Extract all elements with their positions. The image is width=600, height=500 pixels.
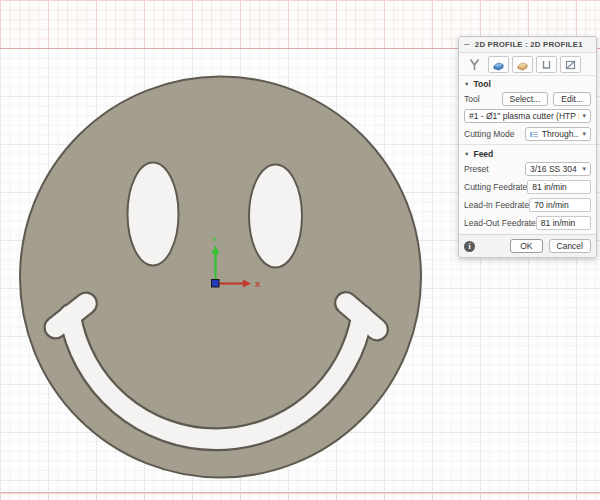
cutting-mode-label: Cutting Mode — [464, 129, 515, 139]
lead-in-feedrate-input[interactable]: 70 in/min — [529, 198, 591, 212]
smiley-face-body[interactable] — [20, 77, 421, 478]
minimize-icon[interactable]: − — [464, 40, 470, 49]
ok-button[interactable]: OK — [510, 239, 542, 253]
linking-icon — [564, 58, 577, 71]
dialog-footer: i OK Cancel — [459, 234, 596, 257]
tool-label: Tool — [464, 94, 480, 104]
dialog-2d-profile: − 2D PROFILE : 2D PROFILE1 — [458, 36, 597, 258]
tab-tool[interactable] — [464, 56, 485, 73]
cutting-mode-value: Through... — [542, 129, 580, 139]
cutting-feedrate-label: Cutting Feedrate — [464, 182, 527, 192]
y-axis-label: Y — [212, 236, 217, 243]
collapse-arrow-icon: ▼ — [464, 151, 469, 157]
tab-geometry[interactable] — [488, 56, 509, 73]
tool-dropdown[interactable]: #1 - Ø1" plasma cutter (HTP Mi... ▾ — [464, 109, 591, 123]
tab-linking[interactable] — [560, 56, 581, 73]
preset-dropdown[interactable]: 3/16 SS 304 ▾ — [525, 162, 591, 176]
origin-z-marker — [212, 280, 220, 288]
cutting-mode-dropdown[interactable]: Through... ▾ — [525, 127, 591, 141]
section-divider — [459, 144, 596, 145]
cancel-button[interactable]: Cancel — [549, 239, 591, 253]
tool-edit-button[interactable]: Edit... — [553, 92, 591, 106]
cutting-mode-icon — [530, 130, 539, 139]
smiley-right-eye-cutout[interactable] — [249, 165, 302, 268]
feed-section-header[interactable]: ▼ Feed — [459, 146, 596, 160]
tool-section-title: Tool — [473, 79, 490, 89]
smiley-left-eye-cutout[interactable] — [128, 163, 179, 266]
x-axis-label: X — [255, 280, 261, 289]
feed-section-title: Feed — [473, 149, 493, 159]
chevron-down-icon: ▾ — [582, 164, 586, 174]
cam-viewport[interactable]: Y X − 2D PROFILE : 2D PROFILE1 — [0, 0, 600, 500]
tool-icon — [468, 58, 481, 71]
heights-icon — [516, 58, 529, 71]
lead-out-feedrate-label: Lead-Out Feedrate — [464, 218, 536, 228]
preset-value: 3/16 SS 304 — [530, 164, 577, 174]
dialog-title: 2D PROFILE : 2D PROFILE1 — [475, 40, 583, 49]
cutting-feedrate-input[interactable]: 81 in/min — [527, 180, 591, 194]
lead-in-feedrate-label: Lead-In Feedrate — [464, 200, 529, 210]
collapse-arrow-icon: ▼ — [464, 81, 469, 87]
tab-heights[interactable] — [512, 56, 533, 73]
tool-section-header[interactable]: ▼ Tool — [459, 76, 596, 90]
info-icon[interactable]: i — [464, 241, 475, 252]
tool-dropdown-value: #1 - Ø1" plasma cutter (HTP Mi... — [469, 111, 579, 121]
passes-icon — [540, 58, 553, 71]
lead-out-feedrate-input[interactable]: 81 in/min — [536, 216, 591, 230]
tab-passes[interactable] — [536, 56, 557, 73]
preset-label: Preset — [464, 164, 489, 174]
dialog-tab-bar — [459, 53, 596, 76]
chevron-down-icon: ▾ — [582, 111, 586, 121]
geometry-icon — [492, 58, 505, 71]
dialog-header[interactable]: − 2D PROFILE : 2D PROFILE1 — [459, 37, 596, 53]
chevron-down-icon: ▾ — [582, 129, 586, 139]
tool-select-button[interactable]: Select... — [502, 92, 549, 106]
